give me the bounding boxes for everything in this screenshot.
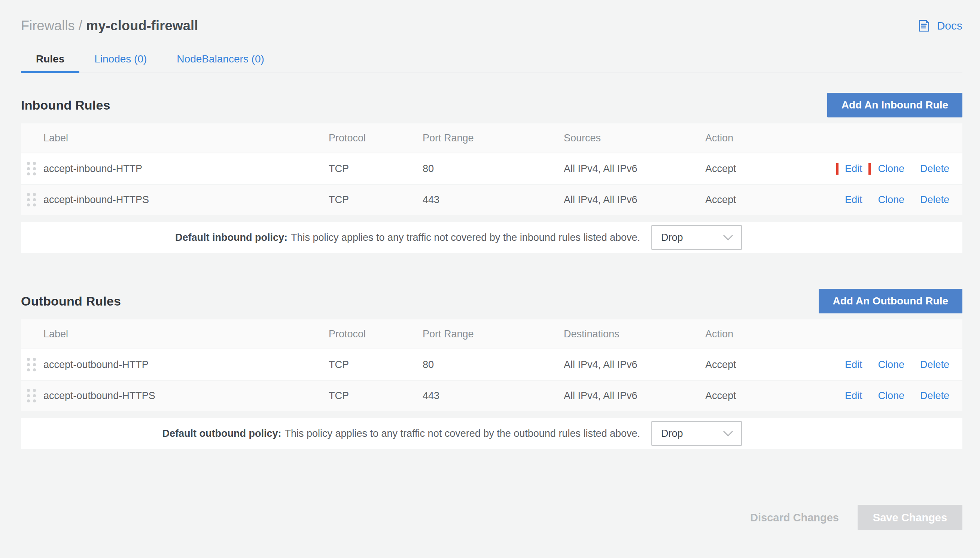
edit-link[interactable]: Edit [845,163,863,175]
chevron-down-icon [723,234,734,241]
firewall-detail-page: Firewalls/my-cloud-firewall Docs Rules L… [0,0,980,530]
drag-handle-icon[interactable] [27,193,36,207]
rule-action: Accept [705,390,836,402]
rule-label: accept-inbound-HTTP [43,163,329,175]
tab-nodebalancers[interactable]: NodeBalancers (0) [162,48,279,72]
inbound-section-header: Inbound Rules Add An Inbound Rule [21,93,962,117]
outbound-section-header: Outbound Rules Add An Outbound Rule [21,289,962,313]
rule-label: accept-outbound-HTTPS [43,390,329,402]
rule-port-range: 80 [423,163,564,175]
page-header: Firewalls/my-cloud-firewall Docs [21,18,962,34]
delete-link[interactable]: Delete [920,390,949,402]
rule-row-accept-outbound-https: accept-outbound-HTTPS TCP 443 All IPv4, … [21,380,962,411]
tab-linodes[interactable]: Linodes (0) [79,48,162,72]
rule-sources: All IPv4, All IPv6 [564,194,705,206]
inbound-rules-table: Label Protocol Port Range Sources Action… [21,123,962,215]
rule-action: Accept [705,194,836,206]
rule-protocol: TCP [329,194,423,206]
default-outbound-policy-text: Default outbound policy:This policy appl… [162,428,640,440]
outbound-table-header: Label Protocol Port Range Destinations A… [21,319,962,349]
annotation-highlight-box [836,163,871,175]
column-header-protocol: Protocol [329,328,423,340]
column-header-action: Action [705,328,836,340]
add-outbound-rule-button[interactable]: Add An Outbound Rule [819,289,962,313]
rule-port-range: 443 [423,390,564,402]
column-header-destinations: Destinations [564,328,705,340]
page-title: my-cloud-firewall [86,18,198,33]
clone-link[interactable]: Clone [878,163,904,175]
chevron-down-icon [723,430,734,437]
breadcrumb-separator: / [79,18,82,33]
tab-bar: Rules Linodes (0) NodeBalancers (0) [21,48,962,73]
docs-label: Docs [937,20,962,32]
column-header-action: Action [705,132,836,144]
default-inbound-policy-label: Default inbound policy: [175,232,288,243]
edit-link[interactable]: Edit [845,359,863,371]
column-header-protocol: Protocol [329,132,423,144]
inbound-rules-title: Inbound Rules [21,98,110,113]
rule-label: accept-outbound-HTTP [43,359,329,371]
rule-protocol: TCP [329,359,423,371]
docs-link[interactable]: Docs [916,18,962,33]
tab-rules[interactable]: Rules [21,48,79,72]
discard-changes-button[interactable]: Discard Changes [749,512,840,524]
delete-link[interactable]: Delete [920,163,949,175]
column-header-port-range: Port Range [423,132,564,144]
default-outbound-policy-value: Drop [661,428,683,440]
drag-handle-icon[interactable] [27,358,36,371]
column-header-label: Label [43,132,329,144]
edit-link[interactable]: Edit [845,390,863,402]
rule-row-accept-inbound-http: accept-inbound-HTTP TCP 80 All IPv4, All… [21,153,962,184]
default-outbound-policy-select[interactable]: Drop [651,421,742,446]
drag-handle-icon[interactable] [27,162,36,176]
rule-row-accept-inbound-https: accept-inbound-HTTPS TCP 443 All IPv4, A… [21,184,962,215]
default-inbound-policy-text: Default inbound policy:This policy appli… [175,232,640,243]
add-inbound-rule-button[interactable]: Add An Inbound Rule [827,93,962,117]
delete-link[interactable]: Delete [920,194,949,206]
rule-action: Accept [705,359,836,371]
edit-link[interactable]: Edit [845,194,863,206]
outbound-rules-table: Label Protocol Port Range Destinations A… [21,319,962,411]
rule-label: accept-inbound-HTTPS [43,194,329,206]
default-inbound-policy-select[interactable]: Drop [651,225,742,250]
drag-handle-icon[interactable] [27,389,36,402]
rule-sources: All IPv4, All IPv6 [564,163,705,175]
default-outbound-policy-row: Default outbound policy:This policy appl… [21,418,962,449]
rule-protocol: TCP [329,163,423,175]
default-inbound-policy-row: Default inbound policy:This policy appli… [21,222,962,253]
clone-link[interactable]: Clone [878,194,904,206]
docs-icon [916,18,931,33]
rule-action: Accept [705,163,836,175]
breadcrumb-firewalls-link[interactable]: Firewalls [21,18,75,33]
column-header-label: Label [43,328,329,340]
form-actions-footer: Discard Changes Save Changes [21,505,962,530]
rule-destinations: All IPv4, All IPv6 [564,359,705,371]
default-inbound-policy-value: Drop [661,232,683,243]
breadcrumb: Firewalls/my-cloud-firewall [21,18,198,34]
outbound-rules-title: Outbound Rules [21,294,121,309]
rule-destinations: All IPv4, All IPv6 [564,390,705,402]
column-header-port-range: Port Range [423,328,564,340]
delete-link[interactable]: Delete [920,359,949,371]
rule-port-range: 80 [423,359,564,371]
default-outbound-policy-label: Default outbound policy: [162,428,281,439]
inbound-table-header: Label Protocol Port Range Sources Action [21,123,962,153]
rule-port-range: 443 [423,194,564,206]
save-changes-button[interactable]: Save Changes [858,505,962,530]
clone-link[interactable]: Clone [878,390,904,402]
rule-row-accept-outbound-http: accept-outbound-HTTP TCP 80 All IPv4, Al… [21,349,962,380]
column-header-sources: Sources [564,132,705,144]
clone-link[interactable]: Clone [878,359,904,371]
rule-protocol: TCP [329,390,423,402]
